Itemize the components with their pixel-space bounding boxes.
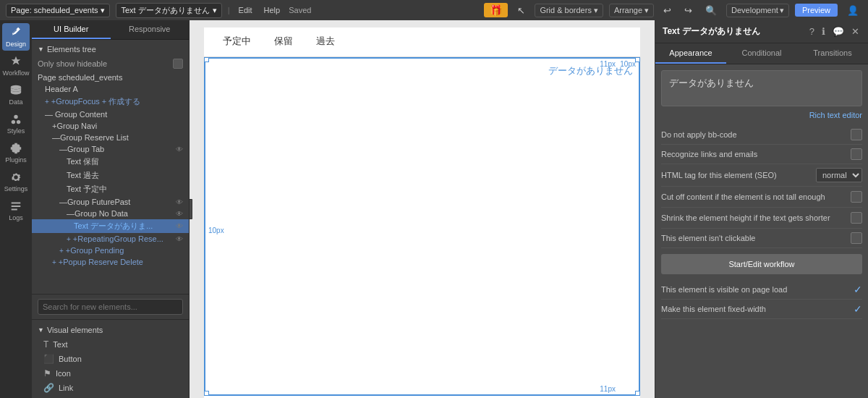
bbcode-checkbox[interactable] xyxy=(851,129,862,140)
page-canvas: 予定中 保留 過去 11px 11px 10px xyxy=(204,27,640,398)
sidebar-item-plugins[interactable]: Plugins xyxy=(2,139,30,166)
fixed-width-checkmark[interactable]: ✓ xyxy=(854,303,862,315)
visual-link-item[interactable]: 🔗 Link xyxy=(32,381,189,395)
rp-tabs: Appearance Conditional Transitions xyxy=(655,43,868,64)
handle-tl[interactable] xyxy=(204,57,209,62)
visible-checkmark[interactable]: ✓ xyxy=(854,284,862,295)
tree-text-yotei[interactable]: Text 予定中 xyxy=(32,182,189,196)
tab-conditional[interactable]: Conditional xyxy=(726,43,797,64)
edit-menu[interactable]: Edit xyxy=(236,4,255,16)
rp-comment-button[interactable]: 💬 xyxy=(831,25,846,38)
eye-icon-2: 👁 xyxy=(176,198,183,206)
text-selector[interactable]: Text データがありません ▾ xyxy=(116,3,221,18)
text-preview[interactable]: データがありません xyxy=(661,70,862,106)
tree-group-reserve-list[interactable]: — Group Reserve List xyxy=(32,132,189,143)
cursor-tool-button[interactable]: ↖ xyxy=(514,4,529,17)
tab-responsive[interactable]: Responsive xyxy=(111,20,190,39)
settings-label: Settings xyxy=(4,185,28,192)
canvas-tab-hokan[interactable]: 保留 xyxy=(263,27,305,56)
tree-text-hokan[interactable]: Text 保留 xyxy=(32,155,189,169)
rp-close-button[interactable]: ✕ xyxy=(850,25,861,38)
clickable-checkbox[interactable] xyxy=(851,232,862,244)
visual-elements-header[interactable]: ▼ Visual elements xyxy=(32,323,189,337)
html-tag-select[interactable]: normal xyxy=(816,168,862,182)
rp-info-button[interactable]: ℹ xyxy=(820,25,827,38)
tab-appearance[interactable]: Appearance xyxy=(655,43,726,64)
svg-point-3 xyxy=(14,115,17,119)
arrange-button[interactable]: Arrange ▾ xyxy=(609,4,654,17)
sidebar-item-styles[interactable]: Styles xyxy=(2,110,30,137)
help-menu[interactable]: Help xyxy=(261,4,284,16)
rp-row-bbcode: Do not apply bb-code xyxy=(661,125,862,145)
shrink-checkbox[interactable] xyxy=(851,212,862,224)
tree-repeating-group[interactable]: + +RepeatingGroup Rese... 👁 xyxy=(32,233,189,245)
visual-arrow-icon: ▼ xyxy=(38,326,44,334)
rp-help-button[interactable]: ? xyxy=(808,25,816,38)
tab-transitions[interactable]: Transitions xyxy=(797,43,868,64)
tree-text-kako[interactable]: Text 過去 xyxy=(32,169,189,182)
search-elements-input[interactable] xyxy=(38,299,183,315)
data-label: Data xyxy=(9,98,22,106)
handle-br[interactable] xyxy=(635,391,640,396)
sidebar-item-settings[interactable]: Settings xyxy=(2,168,30,195)
dev-dropdown-icon: ▾ xyxy=(780,6,784,15)
grid-borders-button[interactable]: Grid & borders ▾ xyxy=(535,4,603,17)
cutoff-checkbox[interactable] xyxy=(851,191,862,203)
handle-tr[interactable] xyxy=(635,57,640,62)
canvas-px-left: 10px xyxy=(207,226,226,234)
tree-group-navi[interactable]: + Group Navi xyxy=(32,120,189,132)
design-label: Design xyxy=(6,41,26,48)
tree-header[interactable]: Header A xyxy=(32,83,189,95)
page-selector[interactable]: Page: scheduled_events ▾ xyxy=(6,4,110,17)
button-type-icon: ⬛ xyxy=(43,354,54,364)
tree-group-content[interactable]: — Group Content xyxy=(32,109,189,120)
redo-button[interactable]: ↪ xyxy=(681,4,696,17)
tree-group-futurepast[interactable]: — Group FuturePast 👁 xyxy=(32,196,189,208)
plus-icon-2: + xyxy=(67,235,71,243)
tree-page[interactable]: Page scheduled_events xyxy=(32,72,189,83)
collapse-panel-button[interactable]: ‹ xyxy=(190,199,192,219)
tree-group-tab[interactable]: — Group Tab 👁 xyxy=(32,143,189,155)
sidebar-item-data[interactable]: Data xyxy=(2,81,30,109)
canvas-area: 予定中 保留 過去 11px 11px 10px xyxy=(190,20,655,398)
elements-tree-header[interactable]: ▼ Elements tree xyxy=(32,43,189,56)
gift-button[interactable]: 🎁 xyxy=(484,3,508,17)
tree-text-data[interactable]: Text データがありま... 👁 xyxy=(32,219,189,233)
dev-mode-button[interactable]: Development ▾ xyxy=(726,4,789,17)
user-avatar[interactable]: 👤 xyxy=(843,4,862,17)
rp-row-links: Recognize links and emails xyxy=(661,145,862,164)
visual-icon-item[interactable]: ⚑ Icon xyxy=(32,366,189,381)
canvas-tab-yotei[interactable]: 予定中 xyxy=(211,27,263,56)
text-dropdown-icon: ▾ xyxy=(213,6,217,15)
tree-popup-reserve-delete[interactable]: + +Popup Reserve Delete xyxy=(32,256,189,268)
workflow-button[interactable]: Start/Edit workflow xyxy=(661,254,862,274)
dash-icon: — xyxy=(45,110,53,119)
canvas-text-element[interactable]: データがありません xyxy=(211,64,633,77)
hideable-toggle[interactable] xyxy=(173,59,183,69)
visual-text-item[interactable]: T Text xyxy=(32,337,189,352)
text-type-icon: T xyxy=(43,339,48,350)
tree-group-no-data[interactable]: — Group No Data 👁 xyxy=(32,208,189,219)
sidebar-item-logs[interactable]: Logs xyxy=(2,197,30,224)
eye-icon-3: 👁 xyxy=(176,210,183,218)
links-checkbox[interactable] xyxy=(851,148,862,160)
sidebar-item-design[interactable]: Design xyxy=(2,23,30,51)
tab-ui-builder[interactable]: UI Builder xyxy=(32,20,111,39)
undo-button[interactable]: ↩ xyxy=(660,4,675,17)
main-layout: Design Workflow Data Styles Plugins Sett… xyxy=(0,20,868,398)
canvas-tab-kako[interactable]: 過去 xyxy=(305,27,346,56)
grid-label: Grid & borders xyxy=(540,6,592,14)
sidebar-item-workflow[interactable]: Workflow xyxy=(2,52,30,80)
icon-sidebar: Design Workflow Data Styles Plugins Sett… xyxy=(0,20,32,398)
tree-group-focus[interactable]: + +GroupFocus + 作成する xyxy=(32,95,189,109)
rich-text-editor-link[interactable]: Rich text editor xyxy=(661,111,862,119)
preview-button[interactable]: Preview xyxy=(795,4,838,17)
visual-button-item[interactable]: ⬛ Button xyxy=(32,352,189,366)
search-button[interactable]: 🔍 xyxy=(702,4,720,17)
rp-title: Text データがありません xyxy=(663,25,804,38)
plus-icon-3: + xyxy=(59,247,64,255)
rp-row-clickable: This element isn't clickable xyxy=(661,229,862,248)
tree-group-pending[interactable]: + +Group Pending xyxy=(32,245,189,256)
handle-bl[interactable] xyxy=(204,391,209,396)
elements-tree: ▼ Elements tree Only show hideable Page … xyxy=(32,40,189,294)
